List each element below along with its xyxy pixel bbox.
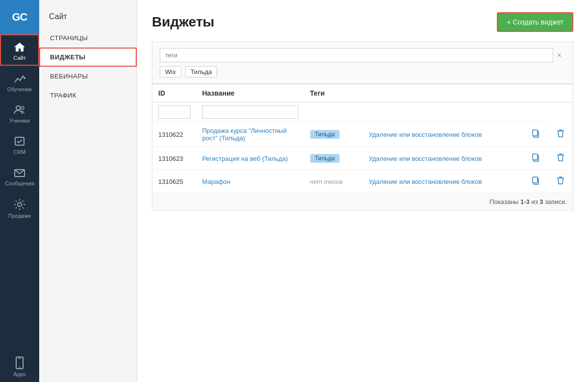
pagination-text: Показаны 1-3 из 3 записи. — [490, 198, 567, 205]
sec-nav-traffic[interactable]: ТРАФИК — [39, 86, 137, 105]
sidebar-item-learning-label: Обучение — [7, 86, 32, 92]
widgets-table: ID Название Теги 1310622 — [152, 84, 573, 211]
action-link-1[interactable]: Удаление или восстановление блоков — [369, 131, 482, 138]
cell-name-2: Регистрация на веб (Тильда) — [196, 147, 304, 170]
col-header-action — [363, 84, 523, 102]
sidebar-item-crm[interactable]: CRM — [0, 128, 39, 160]
pagination-row: Показаны 1-3 из 3 записи. — [152, 193, 573, 211]
pagination-mid: из — [530, 198, 539, 205]
sidebar-item-site-label: Сайт — [13, 55, 25, 61]
chart-icon — [13, 73, 26, 84]
svg-point-0 — [24, 77, 25, 79]
widget-link-3[interactable]: Марафон — [202, 178, 231, 185]
delete-button-1[interactable] — [554, 128, 567, 141]
sidebar-title: Сайт — [39, 7, 137, 28]
cell-tag-1: Тильда — [304, 122, 363, 147]
copy-button-3[interactable] — [529, 175, 542, 188]
col-header-copy — [523, 84, 548, 102]
cell-copy-3 — [523, 170, 548, 193]
cell-delete-1 — [548, 122, 573, 147]
sidebar-item-apps[interactable]: Apps — [0, 350, 39, 382]
cell-action-2: Удаление или восстановление блоков — [363, 147, 523, 170]
logo-area: GC — [0, 0, 39, 34]
cell-delete-3 — [548, 170, 573, 193]
filter-id-input[interactable] — [158, 105, 191, 119]
cell-id-1: 1310622 — [152, 122, 196, 147]
logo: GC — [12, 11, 27, 24]
cell-delete-2 — [548, 147, 573, 170]
svg-rect-10 — [533, 130, 538, 136]
action-link-3[interactable]: Удаление или восстановление блоков — [369, 178, 482, 185]
secondary-sidebar: Сайт СТРАНИЦЫ ВИДЖЕТЫ ВЕБИНАРЫ ТРАФИК — [39, 0, 137, 382]
filter-area: × Wix Тильда — [152, 42, 573, 84]
main-header: Виджеты + Создать виджет — [152, 12, 573, 32]
svg-point-1 — [16, 106, 20, 110]
tag-list: Wix Тильда — [160, 66, 565, 77]
svg-rect-12 — [533, 154, 538, 160]
mobile-icon — [15, 357, 24, 369]
pagination-cell: Показаны 1-3 из 3 записи. — [152, 193, 573, 211]
gear-icon — [13, 198, 26, 211]
sidebar-item-sales-label: Продажи — [8, 213, 31, 219]
col-header-tags: Теги — [304, 84, 363, 102]
no-tags-label-3: нет тегов — [310, 178, 343, 185]
col-header-name: Название — [196, 84, 304, 102]
filter-name-cell — [196, 102, 304, 122]
tag-tilda[interactable]: Тильда — [185, 66, 218, 77]
cell-id-2: 1310623 — [152, 147, 196, 170]
cell-tag-2: Тильда — [304, 147, 363, 170]
icon-sidebar: GC Сайт Обучение Ученики — [0, 0, 39, 382]
action-link-2[interactable]: Удаление или восстановление блоков — [369, 155, 482, 162]
copy-button-1[interactable] — [529, 128, 542, 141]
table-row: 1310622 Продажа курса "Личностный рост" … — [152, 122, 573, 147]
cell-copy-2 — [523, 147, 548, 170]
cell-id-3: 1310625 — [152, 170, 196, 193]
home-icon — [13, 41, 26, 53]
col-header-delete — [548, 84, 573, 102]
table-row: 1310623 Регистрация на веб (Тильда) Тиль… — [152, 147, 573, 170]
tag-input-row: × — [160, 48, 565, 62]
pagination-end: записи. — [543, 198, 567, 205]
tag-badge-2: Тильда — [310, 154, 340, 163]
sidebar-item-sales[interactable]: Продажи — [0, 191, 39, 224]
users-icon — [13, 104, 26, 116]
sidebar-item-messages-label: Сообщения — [5, 180, 34, 186]
delete-button-3[interactable] — [554, 175, 567, 188]
copy-button-2[interactable] — [529, 152, 542, 165]
cell-tag-3: нет тегов — [304, 170, 363, 193]
page-title: Виджеты — [152, 14, 215, 30]
svg-rect-14 — [533, 177, 538, 183]
svg-point-7 — [19, 367, 20, 368]
pagination-range: 1-3 — [520, 198, 530, 205]
main-content: Виджеты + Создать виджет × Wix Тильда ID… — [137, 0, 588, 382]
sidebar-item-students[interactable]: Ученики — [0, 97, 39, 128]
sec-nav-webinars[interactable]: ВЕБИНАРЫ — [39, 67, 137, 86]
cell-action-3: Удаление или восстановление блоков — [363, 170, 523, 193]
create-widget-button[interactable]: + Создать виджет — [497, 12, 573, 32]
check-icon — [13, 135, 26, 147]
envelope-icon — [13, 167, 26, 178]
delete-button-2[interactable] — [554, 152, 567, 165]
sec-nav-widgets[interactable]: ВИДЖЕТЫ — [39, 48, 137, 67]
tag-input[interactable] — [160, 48, 553, 62]
widget-link-1[interactable]: Продажа курса "Личностный рост" (Тильда) — [202, 127, 287, 142]
tag-wix[interactable]: Wix — [160, 66, 181, 77]
cell-name-1: Продажа курса "Личностный рост" (Тильда) — [196, 122, 304, 147]
sidebar-item-site[interactable]: Сайт — [0, 34, 39, 66]
sidebar-item-learning[interactable]: Обучение — [0, 66, 39, 97]
sidebar-item-crm-label: CRM — [13, 149, 25, 155]
filter-empty-cell — [304, 102, 549, 122]
cell-name-3: Марафон — [196, 170, 304, 193]
tag-badge-1: Тильда — [310, 130, 340, 139]
sidebar-item-students-label: Ученики — [9, 118, 30, 124]
clear-filter-button[interactable]: × — [553, 51, 565, 60]
sidebar-item-messages[interactable]: Сообщения — [0, 160, 39, 191]
filter-name-input[interactable] — [202, 105, 298, 119]
widget-link-2[interactable]: Регистрация на веб (Тильда) — [202, 155, 288, 162]
table-filter-row — [152, 102, 573, 122]
sec-nav-pages[interactable]: СТРАНИЦЫ — [39, 28, 137, 48]
col-header-id: ID — [152, 84, 196, 102]
sidebar-item-apps-label: Apps — [13, 371, 25, 377]
cell-action-1: Удаление или восстановление блоков — [363, 122, 523, 147]
cell-copy-1 — [523, 122, 548, 147]
